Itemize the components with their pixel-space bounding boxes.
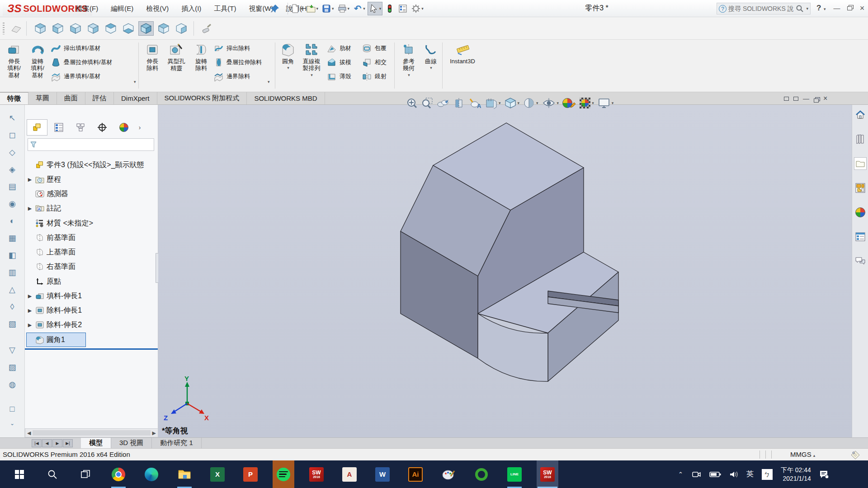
tree-item-right-plane[interactable]: 右基準面 (27, 260, 157, 273)
taskbar-autocad-icon[interactable]: A (339, 460, 360, 488)
tab-model[interactable]: 模型 (81, 438, 111, 448)
rollback-bar[interactable] (25, 348, 158, 350)
mirror-button[interactable]: 鏡射 (362, 70, 387, 83)
boundary-cut-button[interactable]: 邊界除料 (213, 70, 250, 83)
left-tool-icon[interactable]: ◍ (6, 379, 18, 390)
left-tool-more-icon[interactable]: ⌄ (6, 418, 18, 429)
tile-window-icon[interactable] (784, 97, 789, 101)
left-tool-icon[interactable]: ▥ (6, 267, 18, 278)
left-tool-icon[interactable]: ◻ (6, 129, 18, 141)
tab-features[interactable]: 特徵 (0, 92, 28, 104)
hide-show-items-button[interactable]: ▾ (542, 97, 559, 109)
view-palette-icon[interactable] (854, 182, 867, 194)
pattern-dropdown[interactable]: ▾ (311, 73, 313, 77)
plane-display-icon[interactable] (8, 21, 24, 36)
boundary-boss-button[interactable]: 邊界填料/基材 (51, 70, 101, 83)
tree-item-top-plane[interactable]: 上基準面 (27, 245, 157, 259)
swept-boss-button[interactable]: 掃出填料/基材 (51, 42, 101, 55)
rib-button[interactable]: 肋材 (326, 42, 351, 55)
tray-camera-icon[interactable] (691, 470, 701, 479)
resources-home-icon[interactable] (854, 108, 867, 121)
left-tool-icon[interactable]: ▧ (6, 318, 18, 330)
curves-dropdown[interactable]: ▾ (430, 66, 432, 70)
edit-appearance-button[interactable] (562, 98, 576, 108)
tree-item-origin[interactable]: 原點 (27, 275, 157, 288)
section-view-button[interactable] (453, 97, 465, 109)
tree-item-cut-extrude1[interactable]: ▶ 除料-伸長1 (27, 304, 157, 317)
undo-button[interactable]: ↶ ▾ (352, 2, 366, 15)
view-cube-right-icon[interactable] (85, 21, 101, 36)
left-tool-icon[interactable]: ▽ (6, 344, 18, 356)
doc-minimize-icon[interactable]: — (803, 95, 809, 102)
tab-surfaces[interactable]: 曲面 (57, 92, 85, 104)
left-tool-icon[interactable]: ▨ (6, 361, 18, 373)
custom-properties-icon[interactable] (854, 230, 867, 243)
forum-chat-icon[interactable] (854, 255, 867, 267)
view-settings-button[interactable]: ▾ (598, 97, 614, 109)
view-cube-front-icon[interactable] (33, 21, 48, 36)
view-cube-left-icon[interactable] (68, 21, 83, 36)
tree-filter-input[interactable] (39, 141, 152, 148)
tray-clock[interactable]: 下午 02:44 2021/1/14 (781, 466, 811, 483)
view-cube-bottom-icon[interactable] (121, 21, 136, 36)
left-tool-icon[interactable]: ◈ (6, 164, 18, 175)
tag-edit-icon[interactable] (850, 450, 861, 460)
tab-evaluate[interactable]: 評估 (85, 92, 114, 104)
left-tool-icon[interactable]: ◉ (6, 198, 18, 210)
file-explorer-icon[interactable] (854, 157, 867, 170)
start-button[interactable] (9, 460, 30, 488)
left-tool-icon[interactable]: ◧ (6, 249, 18, 261)
expand-arrow-icon[interactable]: ▶ (27, 206, 33, 211)
tab-3d-views[interactable]: 3D 視圖 (111, 438, 152, 448)
wrap-button[interactable]: 包覆 (362, 42, 387, 55)
tray-ime-indicator[interactable]: ㄅ (762, 469, 773, 480)
view-cube-trimetric-icon[interactable] (156, 21, 171, 36)
left-tool-icon[interactable]: ◐ (6, 215, 18, 227)
graphics-viewport[interactable]: Y X Z *等角視 (158, 105, 852, 437)
next-tab-icon[interactable]: ▶ (52, 439, 62, 447)
left-tool-icon[interactable]: ▦ (6, 232, 18, 244)
tree-item-front-plane[interactable]: 前基準面 (27, 231, 157, 244)
view-cube-top-icon[interactable] (103, 21, 118, 36)
menu-tools[interactable]: 工具(T) (214, 5, 236, 13)
scroll-thumb[interactable] (33, 430, 150, 436)
restore-button[interactable] (844, 3, 855, 14)
print-button[interactable]: ▾ (336, 2, 351, 15)
rebuild-button[interactable] (384, 2, 396, 15)
previous-view-button[interactable] (437, 97, 449, 109)
annotation-view-button[interactable]: A (468, 97, 481, 109)
last-tab-icon[interactable]: ▶| (63, 439, 73, 447)
search-dropdown-icon[interactable]: ▾ (806, 6, 808, 11)
select-tool-button[interactable]: ▾ (368, 2, 383, 15)
units-selector[interactable]: MMGS ▴ (790, 450, 815, 458)
tab-motion-study[interactable]: 動作研究 1 (152, 438, 202, 448)
cascade-window-icon[interactable] (793, 97, 798, 101)
view-cube-back-icon[interactable] (50, 21, 66, 36)
search-icon[interactable] (796, 5, 804, 13)
tree-item-cut-extrude2[interactable]: ▶ 除料-伸長2 (27, 318, 157, 332)
extruded-boss-button[interactable]: 伸長 填料/ 基材 (3, 41, 25, 90)
tab-addins[interactable]: SOLIDWORKS 附加程式 (157, 92, 247, 104)
apply-scene-button[interactable]: ▾ (580, 98, 594, 108)
left-tool-icon[interactable]: △ (6, 284, 18, 296)
expand-arrow-icon[interactable]: ▶ (27, 308, 33, 314)
menu-view[interactable]: 檢視(V) (146, 5, 169, 13)
left-tool-icon[interactable]: ▤ (6, 181, 18, 192)
taskbar-illustrator-icon[interactable]: Ai (405, 460, 426, 488)
tab-sketch[interactable]: 草圖 (28, 92, 57, 104)
tree-horizontal-scrollbar[interactable]: ◀ ▶ (25, 428, 158, 437)
tab-property-manager[interactable] (48, 119, 69, 136)
revolved-boss-button[interactable]: 旋轉 填料/ 基材 (26, 41, 49, 90)
doc-close-icon[interactable]: × (823, 94, 827, 103)
tree-item-annotations[interactable]: ▶ A 註記 (27, 202, 157, 215)
taskbar-explorer-icon[interactable] (174, 460, 195, 488)
taskbar-search-button[interactable] (42, 460, 63, 488)
measure-button[interactable]: ▾ (485, 97, 501, 109)
options-button[interactable]: ▾ (410, 2, 425, 15)
left-tool-icon[interactable]: □ (6, 403, 18, 415)
swept-cut-button[interactable]: 掃出除料 (213, 42, 250, 55)
reference-geometry-button[interactable]: 參考 幾何 ▾ (398, 41, 420, 90)
intersect-button[interactable]: 相交 (362, 56, 387, 69)
clean-screen-brush-icon[interactable] (199, 21, 214, 36)
taskbar-chrome-icon[interactable] (108, 460, 129, 488)
